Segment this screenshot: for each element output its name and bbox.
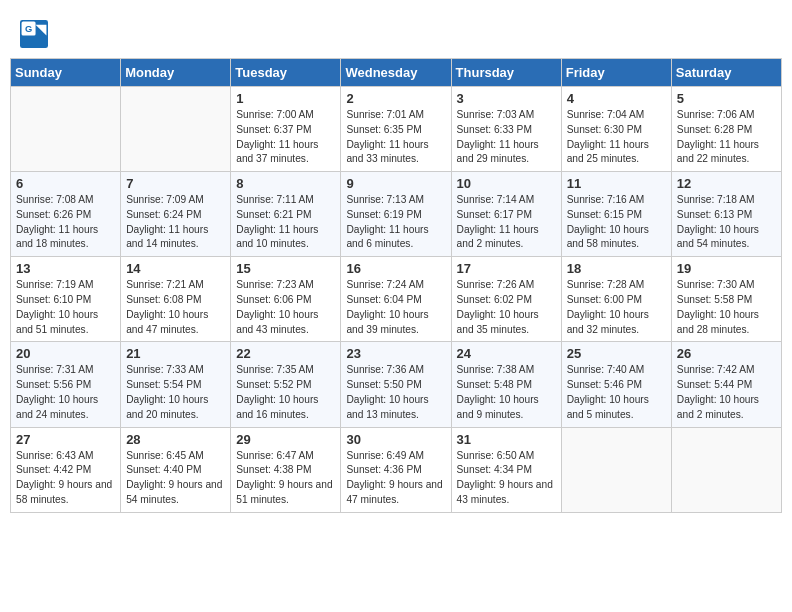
week-row-2: 6Sunrise: 7:08 AM Sunset: 6:26 PM Daylig… [11, 172, 782, 257]
day-info: Sunrise: 7:14 AM Sunset: 6:17 PM Dayligh… [457, 193, 556, 252]
logo: G [20, 20, 52, 48]
day-number: 18 [567, 261, 666, 276]
calendar-cell: 21Sunrise: 7:33 AM Sunset: 5:54 PM Dayli… [121, 342, 231, 427]
calendar-table: SundayMondayTuesdayWednesdayThursdayFrid… [10, 58, 782, 513]
weekday-header-thursday: Thursday [451, 59, 561, 87]
weekday-header-wednesday: Wednesday [341, 59, 451, 87]
day-number: 9 [346, 176, 445, 191]
day-number: 15 [236, 261, 335, 276]
calendar-cell: 11Sunrise: 7:16 AM Sunset: 6:15 PM Dayli… [561, 172, 671, 257]
day-number: 5 [677, 91, 776, 106]
week-row-1: 1Sunrise: 7:00 AM Sunset: 6:37 PM Daylig… [11, 87, 782, 172]
day-info: Sunrise: 7:18 AM Sunset: 6:13 PM Dayligh… [677, 193, 776, 252]
day-number: 20 [16, 346, 115, 361]
calendar-cell: 10Sunrise: 7:14 AM Sunset: 6:17 PM Dayli… [451, 172, 561, 257]
calendar-cell: 12Sunrise: 7:18 AM Sunset: 6:13 PM Dayli… [671, 172, 781, 257]
calendar-cell: 2Sunrise: 7:01 AM Sunset: 6:35 PM Daylig… [341, 87, 451, 172]
day-info: Sunrise: 7:16 AM Sunset: 6:15 PM Dayligh… [567, 193, 666, 252]
day-info: Sunrise: 7:01 AM Sunset: 6:35 PM Dayligh… [346, 108, 445, 167]
day-number: 6 [16, 176, 115, 191]
weekday-header-saturday: Saturday [671, 59, 781, 87]
day-number: 14 [126, 261, 225, 276]
day-info: Sunrise: 7:36 AM Sunset: 5:50 PM Dayligh… [346, 363, 445, 422]
calendar-cell [11, 87, 121, 172]
day-info: Sunrise: 7:19 AM Sunset: 6:10 PM Dayligh… [16, 278, 115, 337]
day-info: Sunrise: 7:28 AM Sunset: 6:00 PM Dayligh… [567, 278, 666, 337]
calendar-cell: 20Sunrise: 7:31 AM Sunset: 5:56 PM Dayli… [11, 342, 121, 427]
day-number: 8 [236, 176, 335, 191]
day-number: 2 [346, 91, 445, 106]
day-number: 30 [346, 432, 445, 447]
calendar-cell: 27Sunrise: 6:43 AM Sunset: 4:42 PM Dayli… [11, 427, 121, 512]
day-info: Sunrise: 7:24 AM Sunset: 6:04 PM Dayligh… [346, 278, 445, 337]
week-row-5: 27Sunrise: 6:43 AM Sunset: 4:42 PM Dayli… [11, 427, 782, 512]
day-number: 21 [126, 346, 225, 361]
day-number: 7 [126, 176, 225, 191]
calendar-cell: 24Sunrise: 7:38 AM Sunset: 5:48 PM Dayli… [451, 342, 561, 427]
week-row-4: 20Sunrise: 7:31 AM Sunset: 5:56 PM Dayli… [11, 342, 782, 427]
day-info: Sunrise: 7:04 AM Sunset: 6:30 PM Dayligh… [567, 108, 666, 167]
day-number: 4 [567, 91, 666, 106]
day-number: 11 [567, 176, 666, 191]
weekday-header-monday: Monday [121, 59, 231, 87]
calendar-body: 1Sunrise: 7:00 AM Sunset: 6:37 PM Daylig… [11, 87, 782, 513]
day-number: 28 [126, 432, 225, 447]
calendar-cell: 26Sunrise: 7:42 AM Sunset: 5:44 PM Dayli… [671, 342, 781, 427]
day-number: 26 [677, 346, 776, 361]
calendar-cell: 18Sunrise: 7:28 AM Sunset: 6:00 PM Dayli… [561, 257, 671, 342]
day-info: Sunrise: 6:49 AM Sunset: 4:36 PM Dayligh… [346, 449, 445, 508]
day-info: Sunrise: 6:47 AM Sunset: 4:38 PM Dayligh… [236, 449, 335, 508]
day-info: Sunrise: 7:42 AM Sunset: 5:44 PM Dayligh… [677, 363, 776, 422]
day-info: Sunrise: 7:31 AM Sunset: 5:56 PM Dayligh… [16, 363, 115, 422]
day-number: 25 [567, 346, 666, 361]
day-info: Sunrise: 7:09 AM Sunset: 6:24 PM Dayligh… [126, 193, 225, 252]
day-number: 1 [236, 91, 335, 106]
day-info: Sunrise: 7:30 AM Sunset: 5:58 PM Dayligh… [677, 278, 776, 337]
calendar-cell: 29Sunrise: 6:47 AM Sunset: 4:38 PM Dayli… [231, 427, 341, 512]
day-info: Sunrise: 7:40 AM Sunset: 5:46 PM Dayligh… [567, 363, 666, 422]
calendar-cell: 25Sunrise: 7:40 AM Sunset: 5:46 PM Dayli… [561, 342, 671, 427]
day-info: Sunrise: 7:21 AM Sunset: 6:08 PM Dayligh… [126, 278, 225, 337]
calendar-cell [671, 427, 781, 512]
calendar-cell: 23Sunrise: 7:36 AM Sunset: 5:50 PM Dayli… [341, 342, 451, 427]
day-info: Sunrise: 7:06 AM Sunset: 6:28 PM Dayligh… [677, 108, 776, 167]
day-number: 16 [346, 261, 445, 276]
week-row-3: 13Sunrise: 7:19 AM Sunset: 6:10 PM Dayli… [11, 257, 782, 342]
calendar-cell: 31Sunrise: 6:50 AM Sunset: 4:34 PM Dayli… [451, 427, 561, 512]
calendar-cell: 17Sunrise: 7:26 AM Sunset: 6:02 PM Dayli… [451, 257, 561, 342]
day-info: Sunrise: 6:50 AM Sunset: 4:34 PM Dayligh… [457, 449, 556, 508]
calendar-cell: 9Sunrise: 7:13 AM Sunset: 6:19 PM Daylig… [341, 172, 451, 257]
day-info: Sunrise: 6:43 AM Sunset: 4:42 PM Dayligh… [16, 449, 115, 508]
calendar-cell: 30Sunrise: 6:49 AM Sunset: 4:36 PM Dayli… [341, 427, 451, 512]
day-info: Sunrise: 7:11 AM Sunset: 6:21 PM Dayligh… [236, 193, 335, 252]
day-number: 29 [236, 432, 335, 447]
day-number: 22 [236, 346, 335, 361]
calendar-cell: 4Sunrise: 7:04 AM Sunset: 6:30 PM Daylig… [561, 87, 671, 172]
page-header: G [10, 10, 782, 53]
day-info: Sunrise: 7:38 AM Sunset: 5:48 PM Dayligh… [457, 363, 556, 422]
day-number: 24 [457, 346, 556, 361]
calendar-cell: 5Sunrise: 7:06 AM Sunset: 6:28 PM Daylig… [671, 87, 781, 172]
day-number: 10 [457, 176, 556, 191]
calendar-cell: 15Sunrise: 7:23 AM Sunset: 6:06 PM Dayli… [231, 257, 341, 342]
logo-icon: G [20, 20, 48, 48]
calendar-cell: 8Sunrise: 7:11 AM Sunset: 6:21 PM Daylig… [231, 172, 341, 257]
day-number: 13 [16, 261, 115, 276]
day-info: Sunrise: 7:03 AM Sunset: 6:33 PM Dayligh… [457, 108, 556, 167]
calendar-cell: 6Sunrise: 7:08 AM Sunset: 6:26 PM Daylig… [11, 172, 121, 257]
calendar-cell: 16Sunrise: 7:24 AM Sunset: 6:04 PM Dayli… [341, 257, 451, 342]
weekday-header-sunday: Sunday [11, 59, 121, 87]
day-info: Sunrise: 7:13 AM Sunset: 6:19 PM Dayligh… [346, 193, 445, 252]
day-info: Sunrise: 6:45 AM Sunset: 4:40 PM Dayligh… [126, 449, 225, 508]
calendar-cell: 14Sunrise: 7:21 AM Sunset: 6:08 PM Dayli… [121, 257, 231, 342]
day-info: Sunrise: 7:26 AM Sunset: 6:02 PM Dayligh… [457, 278, 556, 337]
day-info: Sunrise: 7:33 AM Sunset: 5:54 PM Dayligh… [126, 363, 225, 422]
weekday-header-tuesday: Tuesday [231, 59, 341, 87]
day-number: 23 [346, 346, 445, 361]
calendar-header-row: SundayMondayTuesdayWednesdayThursdayFrid… [11, 59, 782, 87]
day-number: 12 [677, 176, 776, 191]
calendar-cell: 7Sunrise: 7:09 AM Sunset: 6:24 PM Daylig… [121, 172, 231, 257]
day-info: Sunrise: 7:08 AM Sunset: 6:26 PM Dayligh… [16, 193, 115, 252]
day-number: 19 [677, 261, 776, 276]
calendar-cell: 3Sunrise: 7:03 AM Sunset: 6:33 PM Daylig… [451, 87, 561, 172]
